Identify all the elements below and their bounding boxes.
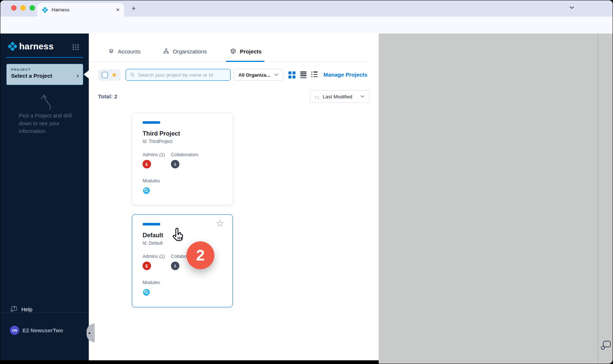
annotation-step-badge: 2 — [186, 241, 214, 269]
search-icon — [130, 72, 135, 78]
accounts-layers-icon — [108, 48, 115, 55]
tab-projects[interactable]: Projects — [230, 48, 262, 55]
arrow-doodle-icon — [36, 91, 53, 111]
project-search — [126, 69, 231, 81]
module-grid-icon[interactable] — [73, 44, 79, 50]
project-title: Default — [143, 232, 163, 239]
help-label: Help — [21, 307, 32, 312]
grid-view-icon[interactable] — [288, 71, 295, 78]
sort-dropdown-value: Last Modified — [323, 94, 352, 99]
modules-label: Modules — [143, 178, 160, 183]
tab-organizations[interactable]: Organizations — [163, 48, 207, 55]
organizations-tree-icon — [163, 48, 169, 55]
module-icon[interactable] — [143, 187, 150, 195]
close-window-button[interactable] — [11, 5, 17, 11]
chevron-down-icon — [274, 73, 279, 76]
tab-title: Harness — [52, 7, 69, 13]
tab-organizations-label: Organizations — [173, 48, 207, 55]
tab-search-chevron-icon[interactable] — [569, 6, 574, 10]
screen: Harness × + ← → ↻ app.harness.io/ng/acco… — [0, 0, 613, 364]
sidebar: harness PROJECT Select a Project › Pick … — [0, 34, 89, 360]
project-selector-value: Select a Project — [11, 73, 78, 79]
total-count: Total: 2 — [98, 93, 117, 99]
chevron-right-icon: › — [77, 71, 79, 80]
user-menu[interactable]: EN E2 NewuserTwo — [10, 326, 63, 335]
browser-toolbar: ← → ↻ app.harness.io/ng/account/YWdkwNPi… — [0, 17, 613, 34]
favorite-star-icon[interactable]: ☆ — [216, 218, 224, 228]
tab-accounts[interactable]: Accounts — [108, 48, 141, 55]
collaborators-label: Collaborators — [171, 152, 198, 157]
app-viewport: harness PROJECT Select a Project › Pick … — [0, 34, 613, 364]
favorites-star-icon[interactable]: ★ — [111, 72, 117, 78]
collaborator-avatar — [171, 160, 179, 168]
module-icon[interactable] — [143, 288, 150, 296]
tab-strip: Harness × + — [0, 0, 613, 17]
admins-label: Admins (1) — [143, 152, 165, 157]
organization-dropdown[interactable]: All Organiza... — [234, 69, 283, 81]
unrendered-area — [379, 34, 613, 364]
selector-pointer-notch — [84, 70, 89, 78]
chat-support-icon[interactable] — [600, 339, 612, 352]
collaborator-avatar — [171, 262, 179, 270]
project-id: Id: ThirdProject — [143, 139, 172, 144]
organization-dropdown-value: All Organiza... — [238, 72, 270, 78]
card-color-bar — [143, 223, 160, 225]
browser-tab[interactable]: Harness × — [37, 3, 124, 17]
search-input[interactable] — [138, 72, 227, 78]
tab-projects-label: Projects — [240, 48, 262, 55]
active-tab-underline — [226, 61, 265, 62]
sort-icon: ↑↓ — [315, 94, 319, 99]
minimize-window-button[interactable] — [20, 5, 26, 11]
user-name: E2 NewuserTwo — [22, 328, 63, 333]
project-title: Third Project — [143, 130, 180, 137]
user-avatar: EN — [10, 326, 19, 335]
scope-tabs: Accounts Organizations — [89, 34, 369, 62]
panel-divider-line — [598, 34, 598, 364]
admins-label: Admins (1) — [143, 254, 165, 259]
collapse-icon: ◂ — [88, 330, 90, 335]
favorites-checkbox[interactable] — [102, 72, 108, 78]
person-icon — [173, 162, 178, 167]
manage-projects-link[interactable]: Manage Projects — [323, 71, 367, 78]
person-icon — [173, 263, 178, 268]
harness-logo[interactable]: harness — [7, 41, 53, 52]
favorites-filter: ★ — [98, 69, 121, 81]
chevron-down-icon — [360, 95, 365, 98]
harness-logo-icon — [7, 41, 18, 52]
project-selector[interactable]: PROJECT Select a Project › — [6, 64, 83, 85]
help-button[interactable]: ? Help — [11, 306, 32, 312]
sidebar-divider — [0, 312, 89, 313]
card-color-bar — [143, 121, 160, 124]
maximize-window-button[interactable] — [29, 5, 35, 11]
modules-label: Modules — [143, 280, 160, 285]
tab-accounts-label: Accounts — [118, 48, 141, 55]
close-tab-icon[interactable]: × — [116, 7, 120, 13]
project-id: Id: Default — [143, 241, 163, 246]
hand-cursor-icon — [171, 227, 186, 245]
brand-wordmark: harness — [19, 41, 53, 52]
browser-window: Harness × + ← → ↻ app.harness.io/ng/acco… — [0, 0, 613, 364]
harness-favicon-icon — [42, 7, 48, 13]
list-view-icon[interactable] — [300, 71, 306, 78]
admin-avatar: E — [143, 262, 151, 270]
project-card-third-project[interactable]: Third Project Id: ThirdProject Admins (1… — [132, 113, 233, 205]
admin-avatar: E — [143, 160, 151, 168]
project-selector-label: PROJECT — [11, 67, 78, 71]
new-tab-button[interactable]: + — [129, 4, 139, 13]
help-icon: ? — [11, 306, 18, 312]
projects-cube-icon — [230, 48, 237, 55]
main-content: Accounts Organizations — [89, 34, 379, 360]
sidebar-hint-text: Pick a Project and drill down to see you… — [19, 112, 76, 135]
sort-dropdown[interactable]: ↑↓ Last Modified — [310, 90, 369, 103]
detail-list-view-icon[interactable] — [311, 71, 318, 77]
sidebar-accent-rule — [6, 57, 83, 58]
